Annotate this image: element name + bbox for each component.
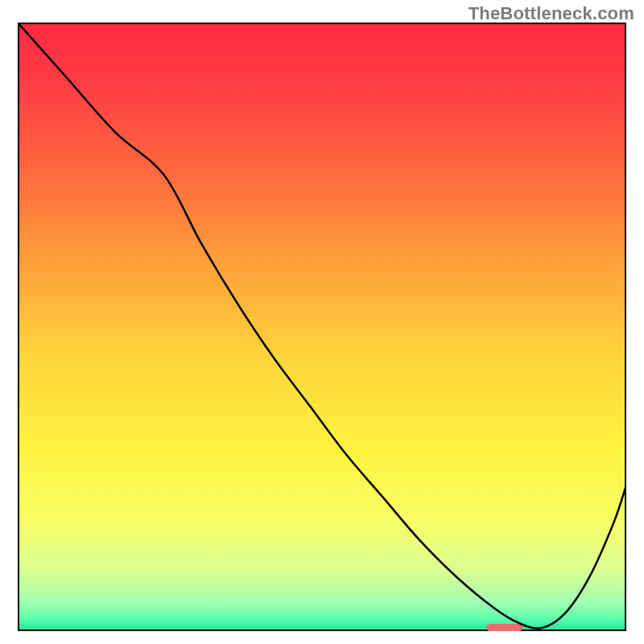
chart-svg: [18, 23, 626, 631]
chart-container: TheBottleneck.com: [0, 0, 644, 644]
chart-plot-area: [18, 23, 626, 631]
chart-background: [18, 23, 626, 631]
watermark-text: TheBottleneck.com: [469, 3, 634, 24]
optimal-marker: [486, 624, 522, 631]
